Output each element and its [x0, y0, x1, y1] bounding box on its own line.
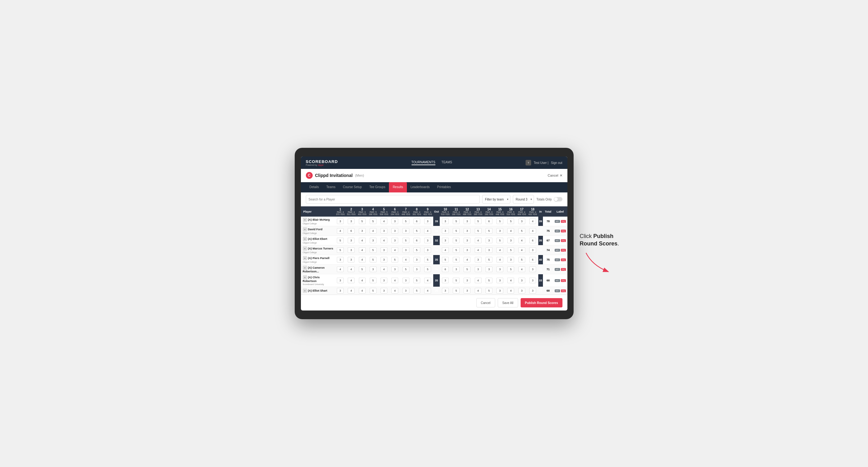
- score-input[interactable]: [442, 288, 449, 293]
- score-in-15[interactable]: [495, 217, 505, 226]
- score-out-6[interactable]: [390, 287, 400, 295]
- score-input[interactable]: [370, 257, 376, 262]
- score-input[interactable]: [453, 288, 460, 293]
- wd-label[interactable]: WD: [555, 258, 560, 261]
- score-input[interactable]: [475, 247, 482, 253]
- score-out-7[interactable]: [400, 287, 411, 295]
- score-out-9[interactable]: [423, 226, 433, 236]
- score-input[interactable]: [359, 288, 366, 293]
- score-out-5[interactable]: [379, 236, 390, 245]
- score-input[interactable]: [403, 278, 409, 283]
- score-in-13[interactable]: [472, 255, 484, 264]
- search-input[interactable]: [306, 195, 480, 204]
- wd-label[interactable]: WD: [555, 249, 560, 252]
- score-input[interactable]: [348, 238, 354, 243]
- score-out-2[interactable]: [346, 274, 357, 287]
- score-input[interactable]: [507, 288, 514, 293]
- score-in-13[interactable]: [472, 245, 484, 255]
- score-in-10[interactable]: [440, 255, 451, 264]
- score-in-17[interactable]: [516, 255, 527, 264]
- score-in-13[interactable]: [472, 217, 484, 226]
- score-input[interactable]: [464, 228, 470, 234]
- score-out-8[interactable]: [411, 274, 422, 287]
- score-input[interactable]: [337, 247, 344, 253]
- nav-teams[interactable]: TEAMS: [442, 160, 452, 165]
- score-out-7[interactable]: [400, 236, 411, 245]
- score-input[interactable]: [442, 238, 449, 243]
- score-input[interactable]: [529, 228, 536, 234]
- score-out-7[interactable]: [400, 264, 411, 274]
- score-in-17[interactable]: [516, 264, 527, 274]
- score-input[interactable]: [337, 218, 344, 224]
- nav-tournaments[interactable]: TOURNAMENTS: [411, 160, 435, 165]
- score-in-10[interactable]: [440, 236, 451, 245]
- score-out-8[interactable]: [411, 264, 422, 274]
- score-input[interactable]: [529, 278, 536, 283]
- score-in-18[interactable]: [527, 245, 538, 255]
- score-input[interactable]: [348, 257, 354, 262]
- score-out-8[interactable]: [411, 226, 422, 236]
- score-out-1[interactable]: [335, 287, 346, 295]
- score-input[interactable]: [507, 257, 514, 262]
- score-input[interactable]: [529, 257, 536, 262]
- score-input[interactable]: [475, 228, 482, 234]
- score-out-8[interactable]: [411, 236, 422, 245]
- score-input[interactable]: [453, 238, 460, 243]
- score-out-1[interactable]: [335, 217, 346, 226]
- score-input[interactable]: [464, 288, 470, 293]
- score-input[interactable]: [380, 267, 388, 272]
- totals-toggle-switch[interactable]: [554, 197, 562, 201]
- score-input[interactable]: [464, 257, 470, 262]
- score-out-5[interactable]: [379, 217, 390, 226]
- score-in-16[interactable]: [505, 255, 516, 264]
- score-input[interactable]: [337, 228, 344, 234]
- score-input[interactable]: [424, 218, 431, 224]
- score-input[interactable]: [453, 278, 460, 283]
- score-input[interactable]: [496, 228, 503, 234]
- score-out-5[interactable]: [379, 255, 390, 264]
- score-input[interactable]: [392, 218, 398, 224]
- score-input[interactable]: [370, 228, 376, 234]
- score-input[interactable]: [486, 238, 492, 243]
- score-out-4[interactable]: [368, 245, 378, 255]
- score-input[interactable]: [486, 218, 492, 224]
- score-out-5[interactable]: [379, 245, 390, 255]
- score-in-16[interactable]: [505, 287, 516, 295]
- score-out-4[interactable]: [368, 226, 378, 236]
- score-input[interactable]: [392, 228, 398, 234]
- score-input[interactable]: [348, 267, 354, 272]
- save-all-button[interactable]: Save All: [498, 298, 518, 307]
- score-input[interactable]: [403, 218, 409, 224]
- score-input[interactable]: [424, 238, 431, 243]
- score-input[interactable]: [359, 247, 366, 253]
- score-input[interactable]: [359, 257, 366, 262]
- score-input[interactable]: [348, 218, 354, 224]
- tab-details[interactable]: Details: [306, 182, 323, 192]
- score-input[interactable]: [413, 288, 420, 293]
- score-in-13[interactable]: [472, 264, 484, 274]
- score-input[interactable]: [529, 288, 536, 293]
- score-in-17[interactable]: [516, 217, 527, 226]
- score-out-1[interactable]: [335, 245, 346, 255]
- wd-label[interactable]: WD: [555, 230, 560, 232]
- score-input[interactable]: [507, 228, 514, 234]
- score-input[interactable]: [529, 218, 536, 224]
- score-input[interactable]: [442, 278, 449, 283]
- score-input[interactable]: [464, 238, 470, 243]
- score-input[interactable]: [486, 228, 492, 234]
- score-input[interactable]: [507, 218, 514, 224]
- score-input[interactable]: [453, 218, 460, 224]
- score-in-10[interactable]: [440, 287, 451, 295]
- score-out-3[interactable]: [357, 217, 368, 226]
- score-out-5[interactable]: [379, 287, 390, 295]
- filter-team-dropdown[interactable]: Filter by team: [482, 195, 510, 204]
- score-in-18[interactable]: [527, 217, 538, 226]
- score-in-13[interactable]: [472, 236, 484, 245]
- wd-label[interactable]: WD: [555, 239, 560, 242]
- score-out-2[interactable]: [346, 287, 357, 295]
- score-out-3[interactable]: [357, 226, 368, 236]
- score-in-11[interactable]: [451, 245, 462, 255]
- score-in-17[interactable]: [516, 287, 527, 295]
- tab-course-setup[interactable]: Course Setup: [339, 182, 366, 192]
- dq-label[interactable]: DQ: [561, 289, 566, 292]
